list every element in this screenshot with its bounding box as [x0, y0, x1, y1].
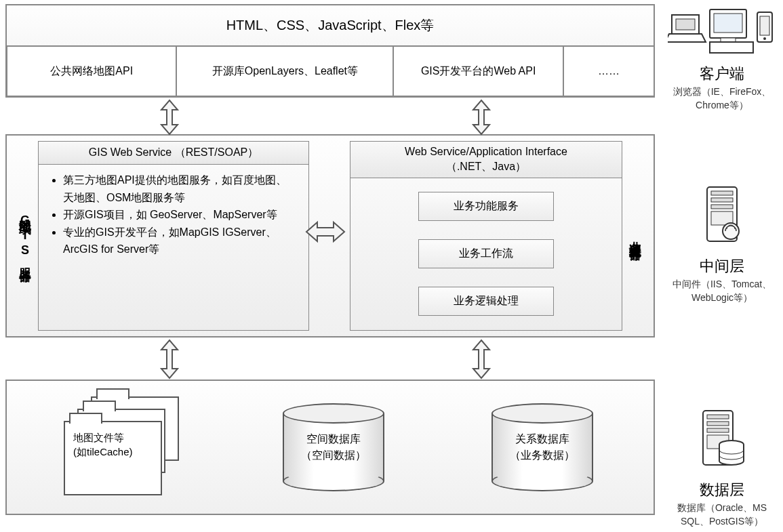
arrow-client-biz [468, 99, 495, 136]
side-client: 客户端 浏览器（IE、FireFox、Chrome等） [664, 3, 780, 112]
gis-panel-header: GIS Web Service （REST/SOAP） [39, 142, 308, 165]
folder-label-1: 地图文件等 [73, 432, 124, 443]
arrow-biz-data [468, 339, 495, 380]
svg-rect-1 [676, 19, 695, 30]
biz-item-workflow: 业务工作流 [418, 239, 554, 268]
svg-rect-16 [707, 415, 729, 419]
business-panel: Web Service/Application Interface （.NET、… [350, 141, 622, 331]
client-cell-public-map-api: 公共网络地图API [7, 46, 176, 96]
biz-item-function: 业务功能服务 [418, 192, 554, 221]
biz-header-line1: Web Service/Application Interface [405, 146, 567, 157]
svg-rect-17 [707, 422, 729, 426]
client-layer-box: HTML、CSS、JavaScript、Flex等 公共网络地图API 开源库O… [5, 4, 655, 98]
side-data: 数据层 数据库（Oracle、MS SQL、PostGIS等） [664, 405, 780, 528]
gis-item: 第三方地图API提供的地图服务，如百度地图、天地图、OSM地图服务等 [63, 171, 296, 206]
folder-label-2: (如tileCache) [73, 446, 133, 457]
side-middle-title: 中间层 [664, 256, 780, 277]
client-api-row: 公共网络地图API 开源库OpenLayers、Leaflet等 GIS开发平台… [7, 46, 654, 96]
business-panel-body: 业务功能服务 业务工作流 业务逻辑处理 [350, 178, 622, 330]
svg-rect-11 [711, 198, 733, 202]
relational-db-label-2: （业务数据） [510, 447, 575, 464]
spatial-db-label-1: 空间数据库 [306, 431, 361, 447]
relational-db-label-1: 关系数据库 [515, 431, 569, 447]
architecture-diagram: HTML、CSS、JavaScript、Flex等 公共网络地图API 开源库O… [0, 0, 783, 532]
server-icon [688, 182, 756, 249]
gis-panel-body: 第三方地图API提供的地图服务，如百度地图、天地图、OSM地图服务等 开源GIS… [39, 165, 308, 330]
client-cell-openlayers: 开源库OpenLayers、Leaflet等 [176, 46, 393, 96]
side-client-sub: 浏览器（IE、FireFox、Chrome等） [664, 85, 780, 112]
gis-item: 开源GIS项目，如 GeoServer、MapServer等 [63, 206, 296, 224]
map-files-icon: 地图文件等 (如tileCache) [60, 396, 182, 498]
gis-web-service-panel: GIS Web Service （REST/SOAP） 第三方地图API提供的地… [38, 141, 309, 331]
spatial-db-label-2: （空间数据） [301, 447, 366, 464]
side-data-title: 数据层 [664, 480, 780, 500]
spatial-db-icon: 空间数据库 （空间数据） [276, 403, 391, 491]
business-server-label: 业务逻辑服务器 [622, 141, 648, 331]
client-cell-more: …… [563, 46, 654, 96]
client-devices-icon [668, 3, 776, 57]
business-panel-header: Web Service/Application Interface （.NET、… [350, 142, 622, 178]
arrow-gis-biz [305, 217, 346, 247]
client-cell-gis-webapi: GIS开发平台的Web API [393, 46, 563, 96]
svg-rect-3 [714, 14, 742, 33]
side-middle: 中间层 中间件（IIS、Tomcat、WebLogic等） [664, 182, 780, 304]
biz-item-logic: 业务逻辑处理 [418, 287, 554, 316]
arrow-client-gis [156, 99, 183, 136]
db-server-icon [688, 405, 756, 473]
side-middle-sub: 中间件（IIS、Tomcat、WebLogic等） [664, 278, 780, 304]
biz-header-line2: （.NET、Java） [446, 161, 526, 172]
svg-rect-7 [760, 16, 769, 35]
relational-db-icon: 关系数据库 （业务数据） [485, 403, 600, 491]
side-client-title: 客户端 [664, 64, 780, 84]
data-layer-box: 地图文件等 (如tileCache) 空间数据库 （空间数据） 关系数据库 （业… [5, 380, 655, 515]
arrow-gis-data [156, 339, 183, 380]
svg-rect-10 [711, 191, 733, 195]
side-data-sub: 数据库（Oracle、MS SQL、PostGIS等） [664, 502, 780, 528]
svg-rect-5 [710, 42, 753, 53]
svg-rect-18 [707, 428, 729, 432]
gis-server-label: 地图或GIS服务器 [12, 141, 38, 331]
gis-item: 专业的GIS开发平台，如MapGIS IGServer、ArcGIS for S… [63, 224, 296, 258]
client-tech-row: HTML、CSS、JavaScript、Flex等 [7, 5, 654, 46]
svg-point-8 [763, 37, 766, 40]
svg-rect-12 [711, 205, 733, 209]
